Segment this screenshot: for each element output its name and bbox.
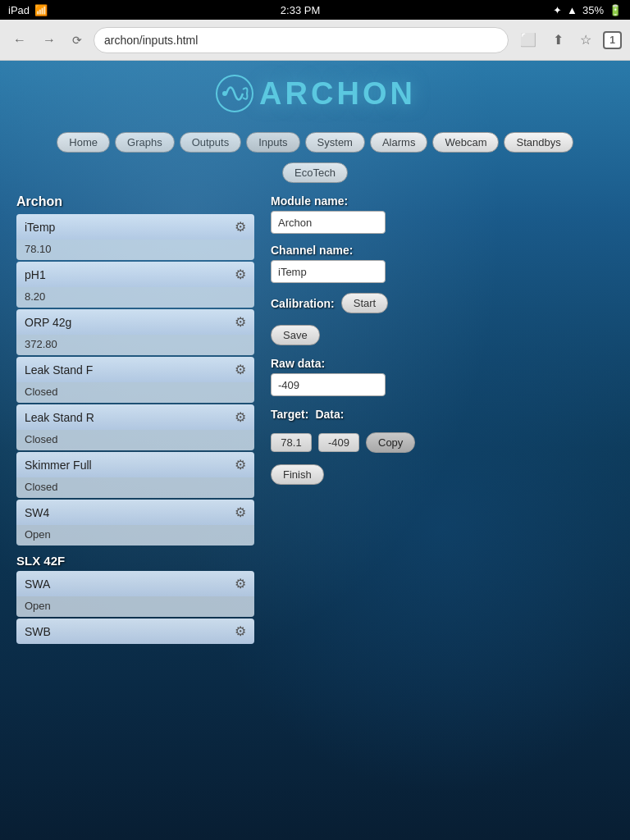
module-name-label: Module name: — [271, 194, 614, 208]
gear-icon-skimmer[interactable]: ⚙ — [235, 457, 246, 472]
sensor-group-orp: ORP 42g ⚙ 372.80 — [16, 309, 254, 355]
bookmark-icon[interactable]: ☆ — [575, 29, 596, 51]
nav-outputs[interactable]: Outputs — [180, 132, 242, 153]
nav-inputs[interactable]: Inputs — [246, 132, 299, 153]
target-data-values-row: 78.1 -409 Copy — [271, 432, 614, 453]
module-name-input[interactable] — [271, 211, 386, 234]
url-bar[interactable] — [94, 27, 509, 53]
sensor-value-leak-f: Closed — [16, 382, 254, 403]
data-label: Data: — [315, 408, 344, 421]
gear-icon-orp[interactable]: ⚙ — [235, 314, 246, 330]
sensor-header-skimmer[interactable]: Skimmer Full ⚙ — [16, 452, 254, 477]
sensor-header-swb[interactable]: SWB ⚙ — [16, 619, 254, 644]
finish-button[interactable]: Finish — [271, 464, 324, 485]
sensor-group-ph1: pH1 ⚙ 8.20 — [16, 262, 254, 308]
nav-ecotech[interactable]: EcoTech — [282, 162, 348, 183]
sensor-group-swa: SWA ⚙ Open — [16, 571, 254, 617]
calibration-label: Calibration: — [271, 297, 335, 310]
raw-data-input[interactable] — [271, 373, 386, 396]
slx-title: SLX 42F — [16, 554, 254, 568]
nav-webcam[interactable]: Webcam — [432, 132, 499, 153]
channel-name-label: Channel name: — [271, 244, 614, 257]
sensor-group-swb: SWB ⚙ — [16, 619, 254, 644]
nav-graphs[interactable]: Graphs — [115, 132, 175, 153]
tab-count[interactable]: 1 — [603, 31, 622, 49]
sensor-group-leak-f: Leak Stand F ⚙ Closed — [16, 357, 254, 403]
share-icon[interactable]: ⬜ — [515, 29, 541, 51]
raw-data-label: Raw data: — [271, 357, 614, 370]
sensor-group-leak-r: Leak Stand R ⚙ Closed — [16, 404, 254, 450]
wifi-icon: 📶 — [34, 4, 48, 16]
sensor-name-leak-f: Leak Stand F — [25, 363, 93, 377]
gear-icon-ph1[interactable]: ⚙ — [235, 267, 246, 282]
sensor-group-itemp: iTemp ⚙ 78.10 — [16, 214, 254, 260]
sensor-name-sw4: SW4 — [25, 506, 49, 519]
sensor-header-itemp[interactable]: iTemp ⚙ — [16, 214, 254, 240]
sensor-name-leak-r: Leak Stand R — [25, 411, 94, 424]
sensor-group-skimmer: Skimmer Full ⚙ Closed — [16, 452, 254, 498]
sensor-name-swa: SWA — [25, 578, 50, 591]
carrier-label: iPad — [8, 4, 30, 16]
sensor-header-swa[interactable]: SWA ⚙ — [16, 571, 254, 596]
browser-chrome: ← → ⟳ ⬜ ⬆ ☆ 1 — [0, 20, 630, 61]
right-panel: Module name: Channel name: Calibration: … — [271, 194, 614, 646]
nav-bar: Home Graphs Outputs Inputs System Alarms… — [0, 126, 630, 159]
reload-button[interactable]: ⟳ — [67, 30, 87, 50]
calibration-row: Calibration: Start — [271, 293, 614, 313]
status-left: iPad 📶 — [8, 4, 48, 16]
signal-icon: ▲ — [567, 4, 578, 16]
sensor-name-skimmer: Skimmer Full — [25, 459, 92, 472]
svg-point-1 — [222, 91, 227, 96]
status-bar: iPad 📶 2:33 PM ✦ ▲ 35% 🔋 — [0, 0, 630, 20]
gear-icon-sw4[interactable]: ⚙ — [235, 504, 246, 520]
gear-icon-itemp[interactable]: ⚙ — [235, 219, 246, 235]
sensor-name-itemp: iTemp — [25, 221, 55, 234]
gear-icon-leak-f[interactable]: ⚙ — [235, 362, 246, 377]
data-value: -409 — [318, 433, 359, 452]
sub-nav: EcoTech — [0, 159, 630, 186]
sensor-name-orp: ORP 42g — [25, 316, 71, 329]
sensor-header-ph1[interactable]: pH1 ⚙ — [16, 262, 254, 287]
forward-button[interactable]: → — [38, 30, 61, 51]
page-content: ARCHON Home Graphs Outputs Inputs System… — [0, 61, 630, 840]
sensor-value-swa: Open — [16, 596, 254, 617]
back-button[interactable]: ← — [8, 30, 31, 51]
sensor-value-sw4: Open — [16, 525, 254, 546]
logo-icon — [214, 73, 255, 114]
nav-home[interactable]: Home — [57, 132, 110, 153]
gear-icon-swa[interactable]: ⚙ — [235, 576, 246, 591]
sensor-header-leak-f[interactable]: Leak Stand F ⚙ — [16, 357, 254, 382]
sensor-value-skimmer: Closed — [16, 477, 254, 498]
status-right: ✦ ▲ 35% 🔋 — [553, 4, 622, 16]
battery-icon: 🔋 — [609, 4, 622, 16]
logo-area: ARCHON — [0, 61, 630, 126]
sensor-group-sw4: SW4 ⚙ Open — [16, 500, 254, 546]
left-panel: Archon iTemp ⚙ 78.10 pH1 ⚙ 8.20 — [16, 194, 254, 646]
battery-label: 35% — [582, 4, 604, 16]
chrome-actions: ⬜ ⬆ ☆ 1 — [515, 29, 622, 51]
archon-title: Archon — [16, 194, 254, 209]
clock: 2:33 PM — [281, 4, 320, 16]
logo-container: ARCHON — [214, 73, 416, 114]
sensor-header-leak-r[interactable]: Leak Stand R ⚙ — [16, 404, 254, 430]
nav-standbys[interactable]: Standbys — [504, 132, 573, 153]
sensor-value-orp: 372.80 — [16, 335, 254, 355]
gear-icon-leak-r[interactable]: ⚙ — [235, 409, 246, 425]
sensor-name-swb: SWB — [25, 625, 51, 638]
gear-icon-swb[interactable]: ⚙ — [235, 623, 246, 639]
sensor-value-ph1: 8.20 — [16, 287, 254, 308]
sensor-header-orp[interactable]: ORP 42g ⚙ — [16, 309, 254, 335]
start-button[interactable]: Start — [341, 293, 388, 313]
copy-button[interactable]: Copy — [366, 432, 415, 453]
sensor-header-sw4[interactable]: SW4 ⚙ — [16, 500, 254, 525]
target-data-row: Target: Data: — [271, 408, 614, 421]
channel-name-input[interactable] — [271, 260, 386, 283]
save-button[interactable]: Save — [271, 325, 320, 345]
upload-icon[interactable]: ⬆ — [548, 29, 568, 51]
target-label: Target: — [271, 408, 308, 421]
sensor-name-ph1: pH1 — [25, 268, 46, 281]
nav-system[interactable]: System — [305, 132, 365, 153]
sensor-value-itemp: 78.10 — [16, 240, 254, 260]
nav-alarms[interactable]: Alarms — [370, 132, 427, 153]
bluetooth-icon: ✦ — [553, 4, 562, 16]
